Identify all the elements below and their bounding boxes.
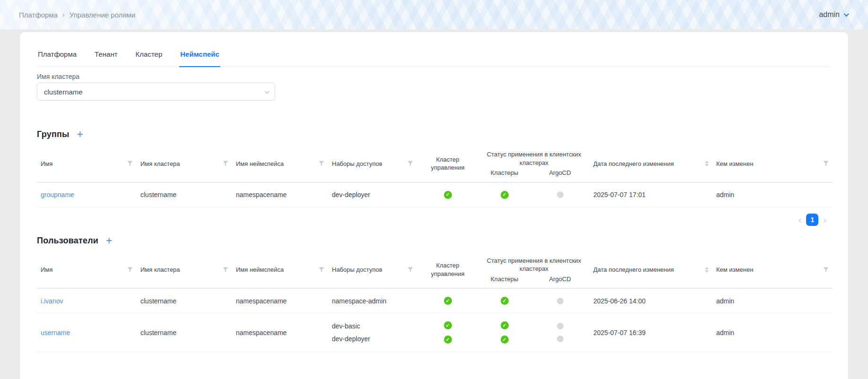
check-circle-icon: ✓ (444, 191, 452, 199)
add-user-button[interactable]: + (105, 235, 113, 246)
row-name-link[interactable]: groupname (41, 191, 74, 198)
cell-name: i.ivanov (37, 288, 137, 313)
status-stack: ✓✓ (421, 321, 475, 344)
cell-last-modified: 2025-06-26 14:00 (590, 288, 712, 313)
cell-clusters-status: ✓✓ (478, 313, 530, 352)
status-stack: ✓ (482, 297, 527, 305)
status-stack: ✓ (421, 297, 475, 305)
top-header: Платформа › Управление ролями admin (0, 0, 868, 29)
sort-carets-icon[interactable] (705, 161, 709, 166)
cell-namespace-name: namespacename (232, 288, 328, 313)
funnel-icon[interactable] (823, 267, 829, 273)
add-group-button[interactable]: + (76, 129, 84, 140)
check-circle-icon: ✓ (501, 321, 509, 329)
funnel-icon[interactable] (408, 267, 413, 273)
cell-name: username (37, 313, 137, 352)
user-menu-label: admin (819, 10, 840, 19)
sort-carets-icon[interactable] (705, 267, 709, 273)
column-header-last-modified: Дата последнего изменения (590, 146, 712, 182)
breadcrumb-role-management: Управление ролями (69, 11, 135, 19)
cell-namespace-name: namespacename (232, 313, 328, 352)
column-header-clusters: Кластеры (478, 168, 530, 182)
funnel-icon[interactable] (223, 161, 228, 166)
row-name-link[interactable]: username (41, 329, 70, 336)
status-stack: ✓✓ (482, 321, 527, 344)
pending-dot-icon (557, 191, 564, 198)
groups-section: Группы + Имя Имя кластера Имя неймспейса… (37, 129, 831, 226)
cell-cluster-name: clustername (137, 313, 232, 352)
column-header-argocd: ArgoCD (530, 168, 590, 182)
status-stack (534, 191, 586, 198)
cell-clusters-status: ✓ (478, 288, 530, 313)
status-stack (534, 323, 586, 342)
cell-access-sets: dev-deployer (328, 182, 417, 207)
access-set-item: dev-deployer (332, 191, 413, 198)
content-card: Платформа Тенант Кластер Неймспейс Имя к… (20, 32, 848, 379)
funnel-icon[interactable] (223, 267, 228, 273)
funnel-icon[interactable] (127, 267, 133, 273)
cluster-filter-field: Имя кластера clustername (37, 73, 831, 101)
column-header-last-modified: Дата последнего изменения (590, 252, 712, 289)
table-row: i.ivanovclusternamenamespacenamenamespac… (37, 288, 833, 313)
pagination-prev-button[interactable]: ‹ (799, 215, 802, 224)
funnel-icon[interactable] (319, 161, 324, 166)
cell-clusters-status: ✓ (478, 182, 530, 207)
column-header-client-status: Статус применения в клиентских кластерах (478, 146, 590, 168)
table-row: usernameclusternamenamespacenamedev-basi… (37, 313, 833, 352)
column-header-modified-by: Кем изменен (712, 252, 833, 289)
tab-tenant[interactable]: Тенант (94, 44, 118, 67)
cell-cluster-name: clustername (137, 288, 232, 313)
check-circle-icon: ✓ (444, 297, 452, 305)
column-header-modified-by: Кем изменен (712, 146, 833, 182)
column-header-cluster: Имя кластера (137, 252, 232, 289)
breadcrumb-platform[interactable]: Платформа (19, 11, 58, 19)
pagination-next-button[interactable]: › (823, 215, 826, 224)
user-menu[interactable]: admin (819, 10, 848, 19)
column-header-access-sets: Наборы доступов (328, 146, 417, 182)
column-header-clusters: Кластеры (478, 274, 530, 289)
tab-platform[interactable]: Платформа (37, 44, 78, 67)
row-name-link[interactable]: i.ivanov (41, 297, 63, 305)
tab-bar: Платформа Тенант Кластер Неймспейс (37, 44, 831, 67)
cell-name: groupname (37, 182, 137, 207)
pending-dot-icon (557, 336, 564, 342)
column-header-client-status: Статус применения в клиентских кластерах (478, 252, 590, 274)
chevron-down-icon (265, 89, 269, 94)
cell-mgmt-cluster-status: ✓ (417, 182, 478, 207)
cell-last-modified: 2025-07-07 17:01 (590, 182, 712, 207)
cluster-select[interactable]: clustername (37, 83, 275, 101)
pagination-page-1[interactable]: 1 (806, 214, 818, 226)
users-section-title: Пользователи (37, 236, 98, 246)
funnel-icon[interactable] (127, 161, 133, 166)
cell-mgmt-cluster-status: ✓ (417, 288, 478, 313)
tab-cluster[interactable]: Кластер (135, 44, 164, 67)
cell-namespace-name: namespacename (232, 182, 328, 207)
table-row: groupnameclusternamenamespacenamedev-dep… (37, 182, 833, 207)
cell-modified-by: admin (712, 182, 833, 207)
column-header-namespace: Имя неймспейса (232, 252, 328, 289)
breadcrumb-separator-icon: › (62, 11, 65, 18)
cell-mgmt-cluster-status: ✓✓ (417, 313, 478, 352)
cell-argocd-status (530, 288, 590, 313)
funnel-icon[interactable] (408, 161, 413, 166)
column-header-mgmt-cluster: Кластер управления (417, 146, 478, 182)
check-circle-icon: ✓ (501, 297, 509, 305)
column-header-cluster: Имя кластера (137, 146, 232, 182)
column-header-name: Имя (37, 146, 137, 182)
cell-modified-by: admin (712, 313, 833, 352)
check-circle-icon: ✓ (501, 191, 509, 199)
check-circle-icon: ✓ (501, 336, 509, 344)
users-section: Пользователи + Имя Имя кластера Имя нейм… (37, 235, 831, 353)
cell-access-sets: namespace-admin (328, 288, 417, 313)
access-set-item: dev-deployer (332, 335, 413, 343)
tab-namespace[interactable]: Неймспейс (179, 44, 220, 67)
cell-modified-by: admin (712, 288, 833, 313)
access-set-item: dev-basic (332, 322, 413, 330)
column-header-namespace: Имя неймспейса (232, 146, 328, 182)
users-table: Имя Имя кластера Имя неймспейса Наборы д… (37, 252, 833, 353)
funnel-icon[interactable] (319, 267, 324, 273)
column-header-access-sets: Наборы доступов (328, 252, 417, 289)
funnel-icon[interactable] (823, 161, 829, 166)
status-stack: ✓ (482, 191, 527, 199)
cell-cluster-name: clustername (137, 182, 232, 207)
